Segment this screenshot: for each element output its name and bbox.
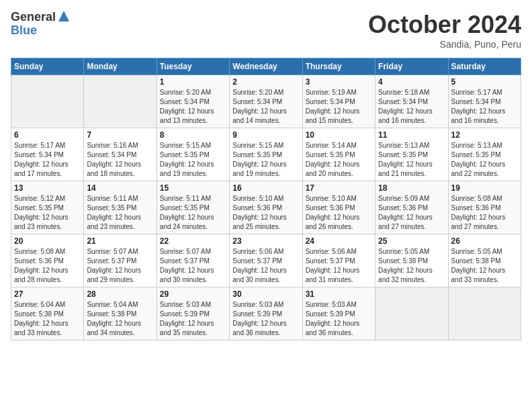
day-number: 19 bbox=[451, 183, 518, 193]
day-number: 12 bbox=[451, 130, 518, 140]
calendar-cell: 12Sunrise: 5:13 AMSunset: 5:35 PMDayligh… bbox=[448, 128, 521, 181]
day-info: Sunrise: 5:11 AMSunset: 5:35 PMDaylight:… bbox=[160, 194, 226, 232]
day-number: 30 bbox=[232, 289, 299, 299]
day-info: Sunrise: 5:18 AMSunset: 5:34 PMDaylight:… bbox=[378, 88, 445, 126]
calendar-cell: 6Sunrise: 5:17 AMSunset: 5:34 PMDaylight… bbox=[11, 128, 84, 181]
calendar-cell: 3Sunrise: 5:19 AMSunset: 5:34 PMDaylight… bbox=[302, 75, 375, 128]
calendar-cell: 25Sunrise: 5:05 AMSunset: 5:38 PMDayligh… bbox=[375, 234, 448, 287]
day-number: 25 bbox=[378, 236, 445, 246]
weekday-header-wednesday: Wednesday bbox=[230, 58, 302, 75]
day-number: 27 bbox=[14, 289, 81, 299]
calendar-cell: 24Sunrise: 5:06 AMSunset: 5:37 PMDayligh… bbox=[302, 234, 375, 287]
day-info: Sunrise: 5:15 AMSunset: 5:35 PMDaylight:… bbox=[160, 141, 226, 179]
location-subtitle: Sandia, Puno, Peru bbox=[368, 39, 521, 50]
calendar-table: SundayMondayTuesdayWednesdayThursdayFrid… bbox=[11, 58, 521, 340]
day-number: 7 bbox=[87, 130, 153, 140]
day-info: Sunrise: 5:04 AMSunset: 5:38 PMDaylight:… bbox=[87, 300, 153, 338]
day-number: 3 bbox=[306, 77, 372, 87]
day-number: 20 bbox=[14, 236, 81, 246]
calendar-cell: 31Sunrise: 5:03 AMSunset: 5:39 PMDayligh… bbox=[302, 287, 375, 340]
day-number: 1 bbox=[160, 77, 226, 87]
day-info: Sunrise: 5:09 AMSunset: 5:36 PMDaylight:… bbox=[378, 194, 445, 232]
title-block: October 2024 Sandia, Puno, Peru bbox=[368, 11, 521, 50]
day-info: Sunrise: 5:03 AMSunset: 5:39 PMDaylight:… bbox=[306, 300, 372, 338]
calendar-week-row: 1Sunrise: 5:20 AMSunset: 5:34 PMDaylight… bbox=[11, 75, 521, 128]
day-number: 29 bbox=[160, 289, 226, 299]
day-number: 15 bbox=[160, 183, 226, 193]
calendar-cell: 18Sunrise: 5:09 AMSunset: 5:36 PMDayligh… bbox=[375, 181, 448, 234]
day-info: Sunrise: 5:20 AMSunset: 5:34 PMDaylight:… bbox=[160, 88, 226, 126]
calendar-cell: 26Sunrise: 5:05 AMSunset: 5:38 PMDayligh… bbox=[448, 234, 521, 287]
day-number: 9 bbox=[232, 130, 299, 140]
calendar-cell: 1Sunrise: 5:20 AMSunset: 5:34 PMDaylight… bbox=[157, 75, 229, 128]
day-info: Sunrise: 5:06 AMSunset: 5:37 PMDaylight:… bbox=[232, 247, 299, 285]
svg-marker-0 bbox=[58, 11, 69, 21]
day-info: Sunrise: 5:08 AMSunset: 5:36 PMDaylight:… bbox=[14, 247, 81, 285]
calendar-cell: 5Sunrise: 5:17 AMSunset: 5:34 PMDaylight… bbox=[448, 75, 521, 128]
calendar-cell: 16Sunrise: 5:10 AMSunset: 5:36 PMDayligh… bbox=[230, 181, 302, 234]
calendar-cell bbox=[448, 287, 521, 340]
day-number: 6 bbox=[14, 130, 81, 140]
day-number: 5 bbox=[451, 77, 518, 87]
calendar-cell: 30Sunrise: 5:03 AMSunset: 5:39 PMDayligh… bbox=[230, 287, 302, 340]
weekday-header-thursday: Thursday bbox=[302, 58, 375, 75]
day-number: 13 bbox=[14, 183, 81, 193]
calendar-week-row: 20Sunrise: 5:08 AMSunset: 5:36 PMDayligh… bbox=[11, 234, 521, 287]
calendar-cell bbox=[11, 75, 84, 128]
weekday-header-friday: Friday bbox=[375, 58, 448, 75]
calendar-cell: 22Sunrise: 5:07 AMSunset: 5:37 PMDayligh… bbox=[157, 234, 229, 287]
day-number: 11 bbox=[378, 130, 445, 140]
day-number: 26 bbox=[451, 236, 518, 246]
calendar-week-row: 6Sunrise: 5:17 AMSunset: 5:34 PMDaylight… bbox=[11, 128, 521, 181]
day-info: Sunrise: 5:08 AMSunset: 5:36 PMDaylight:… bbox=[451, 194, 518, 232]
day-number: 14 bbox=[87, 183, 153, 193]
day-number: 24 bbox=[306, 236, 372, 246]
calendar-cell: 28Sunrise: 5:04 AMSunset: 5:38 PMDayligh… bbox=[84, 287, 157, 340]
day-info: Sunrise: 5:17 AMSunset: 5:34 PMDaylight:… bbox=[451, 88, 518, 126]
logo-icon bbox=[57, 9, 71, 23]
day-info: Sunrise: 5:20 AMSunset: 5:34 PMDaylight:… bbox=[232, 88, 299, 126]
calendar-cell: 17Sunrise: 5:10 AMSunset: 5:36 PMDayligh… bbox=[302, 181, 375, 234]
day-info: Sunrise: 5:19 AMSunset: 5:34 PMDaylight:… bbox=[306, 88, 372, 126]
weekday-header-sunday: Sunday bbox=[11, 58, 84, 75]
calendar-cell bbox=[84, 75, 157, 128]
calendar-cell bbox=[375, 287, 448, 340]
day-info: Sunrise: 5:11 AMSunset: 5:35 PMDaylight:… bbox=[87, 194, 153, 232]
calendar-cell: 15Sunrise: 5:11 AMSunset: 5:35 PMDayligh… bbox=[157, 181, 229, 234]
calendar-week-row: 13Sunrise: 5:12 AMSunset: 5:35 PMDayligh… bbox=[11, 181, 521, 234]
calendar-cell: 9Sunrise: 5:15 AMSunset: 5:35 PMDaylight… bbox=[230, 128, 302, 181]
day-info: Sunrise: 5:10 AMSunset: 5:36 PMDaylight:… bbox=[232, 194, 299, 232]
calendar-cell: 8Sunrise: 5:15 AMSunset: 5:35 PMDaylight… bbox=[157, 128, 229, 181]
logo-blue-text: Blue bbox=[11, 24, 71, 38]
calendar-cell: 21Sunrise: 5:07 AMSunset: 5:37 PMDayligh… bbox=[84, 234, 157, 287]
day-number: 17 bbox=[306, 183, 372, 193]
day-number: 21 bbox=[87, 236, 153, 246]
weekday-header-tuesday: Tuesday bbox=[157, 58, 229, 75]
page-header: General Blue October 2024 Sandia, Puno, … bbox=[11, 11, 521, 50]
day-number: 22 bbox=[160, 236, 226, 246]
day-number: 2 bbox=[232, 77, 299, 87]
weekday-header-saturday: Saturday bbox=[448, 58, 521, 75]
day-info: Sunrise: 5:13 AMSunset: 5:35 PMDaylight:… bbox=[378, 141, 445, 179]
day-number: 31 bbox=[306, 289, 372, 299]
day-number: 18 bbox=[378, 183, 445, 193]
day-number: 4 bbox=[378, 77, 445, 87]
day-number: 23 bbox=[232, 236, 299, 246]
calendar-cell: 7Sunrise: 5:16 AMSunset: 5:34 PMDaylight… bbox=[84, 128, 157, 181]
day-number: 10 bbox=[306, 130, 372, 140]
day-info: Sunrise: 5:06 AMSunset: 5:37 PMDaylight:… bbox=[306, 247, 372, 285]
logo-general-text: General bbox=[11, 11, 56, 24]
day-info: Sunrise: 5:15 AMSunset: 5:35 PMDaylight:… bbox=[232, 141, 299, 179]
day-info: Sunrise: 5:05 AMSunset: 5:38 PMDaylight:… bbox=[451, 247, 518, 285]
calendar-cell: 20Sunrise: 5:08 AMSunset: 5:36 PMDayligh… bbox=[11, 234, 84, 287]
day-info: Sunrise: 5:16 AMSunset: 5:34 PMDaylight:… bbox=[87, 141, 153, 179]
logo: General Blue bbox=[11, 11, 71, 38]
calendar-cell: 19Sunrise: 5:08 AMSunset: 5:36 PMDayligh… bbox=[448, 181, 521, 234]
day-info: Sunrise: 5:17 AMSunset: 5:34 PMDaylight:… bbox=[14, 141, 81, 179]
day-info: Sunrise: 5:07 AMSunset: 5:37 PMDaylight:… bbox=[160, 247, 226, 285]
day-info: Sunrise: 5:04 AMSunset: 5:38 PMDaylight:… bbox=[14, 300, 81, 338]
day-info: Sunrise: 5:10 AMSunset: 5:36 PMDaylight:… bbox=[306, 194, 372, 232]
calendar-cell: 13Sunrise: 5:12 AMSunset: 5:35 PMDayligh… bbox=[11, 181, 84, 234]
day-info: Sunrise: 5:07 AMSunset: 5:37 PMDaylight:… bbox=[87, 247, 153, 285]
month-title: October 2024 bbox=[368, 11, 521, 39]
